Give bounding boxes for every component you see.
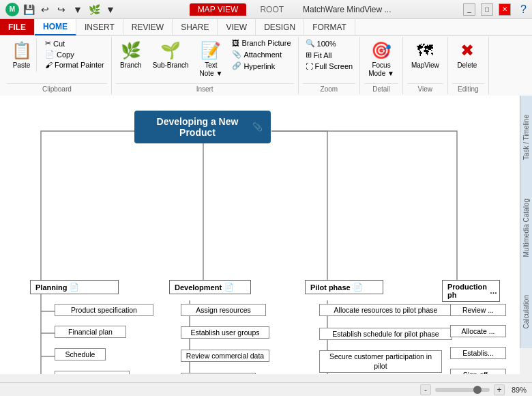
- extra2-quick-btn[interactable]: ▼: [104, 3, 117, 16]
- clipboard-label: Clipboard: [7, 83, 107, 93]
- extra-quick-btn[interactable]: 🌿: [87, 3, 101, 16]
- zoom-plus-btn[interactable]: +: [494, 384, 505, 395]
- child-develop-proc[interactable]: Develop process: [181, 373, 256, 374]
- hyperlink-btn[interactable]: 🔗 Hyperlink: [229, 61, 293, 71]
- branch-btn[interactable]: 🌿 Branch: [116, 38, 146, 72]
- undo-quick-btn[interactable]: ↩: [38, 3, 52, 16]
- cut-btn[interactable]: ✂ Cut: [42, 38, 107, 48]
- fit-all-btn[interactable]: ⊞ Fit All: [303, 50, 335, 60]
- mapview-btn[interactable]: 🗺 MapView: [407, 38, 443, 72]
- child-schedule[interactable]: Schedule: [55, 348, 106, 360]
- insert-tab[interactable]: INSERT: [76, 19, 123, 35]
- cut-icon: ✂: [45, 39, 51, 48]
- child-prod-2[interactable]: Allocate ...: [450, 325, 506, 337]
- zoom-slider[interactable]: [435, 388, 490, 392]
- detail-items: 🎯 FocusMode ▼: [364, 38, 398, 82]
- child-alloc-res-pilot[interactable]: Allocate resources to pilot phase: [319, 304, 452, 316]
- cut-copy-format: ✂ Cut 📄 Copy 🖌 Format Painter: [42, 38, 107, 70]
- close-btn[interactable]: ✕: [499, 3, 511, 16]
- help-btn[interactable]: ?: [520, 3, 527, 16]
- clipboard-items: 📋 Paste ✂ Cut 📄 Copy 🖌 Format Painter: [7, 38, 107, 82]
- status-bar: - + 89%: [0, 382, 532, 396]
- zoom-label: Zoom: [303, 83, 356, 93]
- app-logo: M: [5, 3, 19, 16]
- child-estab-sched[interactable]: Establish schedule for pilot phase: [319, 328, 452, 340]
- format-tab[interactable]: FORMAT: [304, 19, 355, 35]
- child-prod-3[interactable]: Establis...: [450, 347, 506, 359]
- title-bar: M 💾 ↩ ↪ ▼ 🌿 ▼ MAP VIEW ROOT MatchWare Mi…: [0, 0, 532, 19]
- focus-mode-btn[interactable]: 🎯 FocusMode ▼: [364, 38, 398, 81]
- child-estab-users[interactable]: Establish user groups: [181, 326, 269, 339]
- view-tab[interactable]: VIEW: [218, 19, 256, 35]
- child-financial-plan[interactable]: Financial plan: [55, 326, 126, 338]
- app-title: MatchWare MindView ...: [303, 5, 391, 14]
- multimedia-catalog-panel[interactable]: Multimedia Catalog: [521, 196, 531, 260]
- zoom-100-btn[interactable]: 🔍 100%: [303, 38, 339, 48]
- child-review-comm[interactable]: Review commercial data: [181, 350, 269, 362]
- full-screen-btn[interactable]: ⛶ Full Screen: [303, 61, 356, 71]
- child-prod-4[interactable]: Sign-off...: [450, 369, 506, 374]
- child-assign-res[interactable]: Assign resources: [181, 304, 266, 316]
- planning-branch[interactable]: Planning 📄: [30, 280, 119, 294]
- child-product-spec[interactable]: Product specification: [55, 304, 153, 316]
- mindmap-canvas: Developing a New Product 📎 Planning 📄 Pr…: [0, 96, 520, 374]
- copy-btn[interactable]: 📄 Copy: [42, 49, 107, 59]
- branch-picture-btn[interactable]: 🖼 Branch Picture: [229, 38, 293, 48]
- branch-icon: 🌿: [121, 41, 141, 60]
- title-bar-center: MAP VIEW ROOT MatchWare MindView ...: [190, 3, 391, 16]
- map-view-tab[interactable]: MAP VIEW: [190, 3, 247, 16]
- zoom-items: 🔍 100% ⊞ Fit All ⛶ Full Screen: [303, 38, 356, 82]
- zoom-minus-btn[interactable]: -: [420, 384, 431, 395]
- child-prod-1[interactable]: Review ...: [450, 304, 506, 316]
- insert-right-items: 🖼 Branch Picture 📎 Attachment 🔗 Hyperlin…: [229, 38, 293, 71]
- editing-label: Editing: [452, 83, 484, 93]
- hyperlink-icon: 🔗: [232, 61, 241, 70]
- zoom-group: 🔍 100% ⊞ Fit All ⛶ Full Screen Zoom: [299, 37, 361, 94]
- delete-icon: ✖: [460, 41, 474, 60]
- planning-label: Planning: [35, 283, 67, 292]
- insert-items: 🌿 Branch 🌱 Sub-Branch 📝 TextNote ▼ 🖼 Bra…: [116, 38, 294, 82]
- calculation-panel[interactable]: Calculation: [521, 292, 531, 331]
- view-label: View: [407, 83, 443, 93]
- detail-label: Detail: [364, 83, 398, 93]
- text-note-icon: 📝: [201, 41, 221, 60]
- home-tab[interactable]: HOME: [35, 19, 76, 36]
- minimize-btn[interactable]: _: [463, 3, 475, 16]
- maximize-btn[interactable]: □: [481, 3, 493, 16]
- development-branch[interactable]: Development 📄: [169, 280, 251, 294]
- child-dev-plan[interactable]: Development plan: [55, 371, 130, 374]
- delete-btn[interactable]: ✖ Delete: [452, 38, 482, 72]
- focus-mode-icon: 🎯: [371, 41, 391, 60]
- text-note-btn[interactable]: 📝 TextNote ▼: [196, 38, 227, 81]
- review-tab[interactable]: REVIEW: [123, 19, 173, 35]
- share-tab[interactable]: SHARE: [173, 19, 218, 35]
- fit-all-icon: ⊞: [306, 51, 312, 59]
- paste-btn[interactable]: 📋 Paste: [7, 38, 37, 72]
- attachment-btn[interactable]: 📎 Attachment: [229, 49, 293, 59]
- design-tab[interactable]: DESIGN: [256, 19, 304, 35]
- save-quick-btn[interactable]: 💾: [22, 3, 35, 16]
- format-painter-icon: 🖌: [45, 61, 53, 69]
- ribbon-content: 📋 Paste ✂ Cut 📄 Copy 🖌 Format Painter Cl…: [0, 36, 532, 96]
- development-note-icon: 📄: [224, 283, 234, 292]
- production-ellipsis: …: [490, 287, 497, 295]
- attachment-icon: 📎: [232, 50, 241, 59]
- redo-quick-btn[interactable]: ↪: [55, 3, 68, 16]
- right-side-panel: Task / Timeline Multimedia Catalog Calcu…: [520, 96, 532, 348]
- more-quick-btn[interactable]: ▼: [71, 3, 85, 16]
- child-secure-cust[interactable]: Secure customer participation in pilot: [319, 350, 442, 373]
- ribbon: FILE HOME INSERT REVIEW SHARE VIEW DESIG…: [0, 19, 532, 96]
- pilot-note-icon: 📄: [353, 283, 363, 292]
- insert-label: Insert: [116, 83, 294, 93]
- root-node[interactable]: Developing a New Product 📎: [134, 111, 271, 143]
- root-tab[interactable]: ROOT: [252, 3, 292, 16]
- format-painter-btn[interactable]: 🖌 Format Painter: [42, 60, 107, 70]
- production-branch[interactable]: Production ph …: [442, 280, 500, 302]
- sub-branch-btn[interactable]: 🌱 Sub-Branch: [149, 38, 193, 72]
- file-tab[interactable]: FILE: [0, 19, 35, 35]
- branch-picture-icon: 🖼: [232, 39, 239, 47]
- pilot-phase-branch[interactable]: Pilot phase 📄: [305, 280, 383, 294]
- zoom-slider-thumb[interactable]: [473, 386, 482, 394]
- mapview-icon: 🗺: [417, 41, 433, 60]
- task-timeline-panel[interactable]: Task / Timeline: [521, 112, 531, 162]
